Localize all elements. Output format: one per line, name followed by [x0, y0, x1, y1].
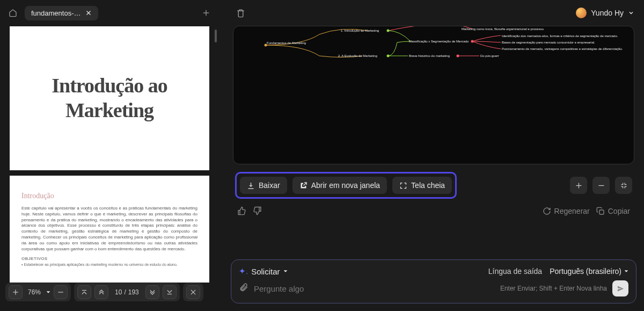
open-window-label: Abrir em nova janela: [311, 181, 380, 190]
first-page-button[interactable]: [77, 285, 91, 299]
actions-row: Baixar Abrir em nova janela Tela cheia: [233, 164, 634, 199]
close-toolbar-button[interactable]: [186, 285, 200, 299]
output-lang-label: Língua de saída: [488, 267, 542, 276]
minus-icon: [597, 182, 605, 190]
open-new-window-button[interactable]: Abrir em nova janela: [292, 177, 387, 194]
objectives-label: OBJETIVOS: [21, 256, 197, 261]
mindmap-card[interactable]: Fundamentos de Marketing 1. Introdução a…: [233, 26, 634, 164]
svg-text:Fundamentos de Marketing: Fundamentos de Marketing: [267, 41, 306, 45]
pdf-viewer[interactable]: Introdução ao Marketing Introdução Este …: [0, 23, 219, 311]
external-link-icon: [299, 182, 308, 190]
tab-bar: fundamentos-…: [0, 0, 219, 23]
pdf-page: Introdução Este capítulo vai apresentar …: [10, 176, 209, 283]
mindmap-svg: Fundamentos de Marketing 1. Introdução a…: [233, 26, 634, 91]
sparkle-icon: ✦.: [239, 266, 248, 276]
plus-icon: [575, 182, 583, 190]
request-menu[interactable]: ✦. Solicitar: [239, 266, 288, 276]
download-button[interactable]: Baixar: [240, 177, 287, 194]
plus-icon: [12, 288, 19, 296]
page-sep: /: [124, 288, 126, 296]
svg-point-14: [471, 40, 474, 43]
refresh-icon: [543, 207, 551, 215]
total-pages: 193: [128, 288, 139, 296]
next-page-button[interactable]: [145, 285, 159, 299]
zoom-in-button[interactable]: [9, 285, 23, 299]
home-icon: [9, 9, 17, 17]
attach-button[interactable]: [239, 283, 248, 294]
zoom-out-button[interactable]: [54, 285, 68, 299]
chevron-down-icon: [628, 10, 634, 16]
regenerate-button[interactable]: Regenerar: [543, 207, 590, 215]
highlighted-actions: Baixar Abrir em nova janela Tela cheia: [235, 172, 457, 199]
delete-button[interactable]: [233, 5, 248, 20]
scrollbar-handle[interactable]: [215, 30, 217, 42]
pdf-toolbar: 76% 10 / 193: [5, 283, 214, 301]
caret-down-icon: [283, 269, 288, 273]
chevron-top-icon: [80, 288, 88, 296]
pdf-page: Introdução ao Marketing: [10, 26, 209, 170]
svg-point-12: [387, 30, 390, 32]
fit-button[interactable]: [615, 177, 632, 194]
top-bar: Yundo Hy: [223, 0, 644, 26]
zoom-out-button[interactable]: [592, 177, 610, 194]
close-icon[interactable]: [85, 10, 92, 16]
caret-down-icon[interactable]: [46, 290, 50, 294]
fullscreen-button[interactable]: Tela cheia: [392, 177, 452, 194]
shortcut-hint: Enter Enviar; Shift + Enter Nova linha: [500, 285, 607, 292]
svg-text:2. A Evolução do Marketing: 2. A Evolução do Marketing: [338, 54, 377, 57]
thumbs-up-button[interactable]: [237, 206, 246, 215]
svg-text:Bases de segmentação para merc: Bases de segmentação para mercado consum…: [502, 41, 595, 44]
minus-icon: [57, 288, 64, 296]
user-menu[interactable]: Yundo Hy: [576, 8, 634, 18]
file-tab[interactable]: fundamentos-…: [25, 6, 98, 20]
prompt-input[interactable]: [254, 284, 495, 293]
page-body: Este capítulo vai apresentar a vocês os …: [21, 206, 197, 252]
download-label: Baixar: [259, 181, 280, 190]
add-tab-button[interactable]: [199, 5, 214, 20]
svg-rect-29: [599, 210, 604, 214]
prompt-area: ✦. Solicitar Língua de saída Português (…: [231, 259, 636, 303]
chevrons-down-icon: [149, 288, 156, 296]
svg-text:Marketing como troca, filosofi: Marketing como troca, filosofia organiza…: [462, 27, 545, 31]
collapse-icon: [620, 182, 628, 190]
thumbs-up-icon: [237, 206, 246, 215]
expand-icon: [399, 182, 407, 190]
copy-icon: [596, 207, 605, 215]
caret-down-icon: [624, 269, 628, 273]
svg-point-13: [387, 55, 390, 57]
plus-icon: [202, 9, 210, 17]
svg-text:Breve histórico do marketing: Breve histórico do marketing: [409, 54, 450, 57]
objective-item: • Estabelecer as principais aplicações d…: [21, 263, 197, 266]
zoom-level: 76%: [26, 288, 43, 296]
home-button[interactable]: [5, 5, 20, 20]
request-label: Solicitar: [251, 267, 280, 276]
feedback-row: Regenerar Copiar: [233, 199, 634, 215]
svg-text:Identificação dos mercados-alv: Identificação dos mercados-alvo, formas …: [502, 34, 618, 38]
copy-button[interactable]: Copiar: [596, 207, 630, 215]
message-area: Fundamentos de Marketing 1. Introdução a…: [223, 26, 644, 255]
zoom-in-button[interactable]: [570, 177, 587, 194]
last-page-button[interactable]: [163, 285, 177, 299]
send-icon: [617, 285, 625, 293]
close-icon: [189, 288, 197, 296]
send-button[interactable]: [612, 280, 628, 296]
paperclip-icon: [239, 283, 248, 292]
tab-label: fundamentos-…: [31, 9, 81, 17]
chevrons-up-icon: [98, 288, 105, 296]
avatar: [576, 8, 587, 18]
download-icon: [247, 182, 255, 190]
user-name: Yundo Hy: [591, 9, 624, 17]
page-title: Introdução ao Marketing: [21, 74, 197, 122]
language-select[interactable]: Português (brasileiro): [550, 267, 628, 276]
pdf-panel: fundamentos-… Introdução ao Marketing In…: [0, 0, 219, 311]
svg-text:Massificação x Segmentação de : Massificação x Segmentação de Mercado: [409, 40, 469, 43]
svg-text:Posicionamento de mercado, van: Posicionamento de mercado, vantagens com…: [502, 47, 623, 50]
current-page: 10: [115, 288, 122, 296]
chat-panel: Yundo Hy: [219, 0, 644, 311]
thumbs-down-button[interactable]: [253, 206, 262, 215]
prev-page-button[interactable]: [94, 285, 108, 299]
thumbs-down-icon: [253, 206, 262, 215]
copy-label: Copiar: [608, 207, 630, 215]
svg-text:1. Introdução ao Marketing: 1. Introdução ao Marketing: [341, 29, 379, 32]
section-heading: Introdução: [21, 192, 197, 200]
